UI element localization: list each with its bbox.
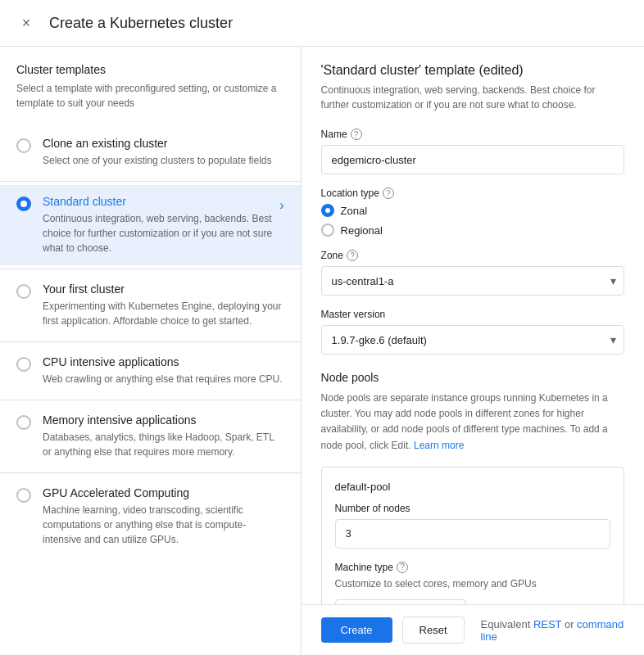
divider [0, 181, 301, 182]
main-content: Cluster templates Select a template with… [0, 47, 644, 655]
name-input[interactable] [321, 145, 624, 174]
template-item-standard[interactable]: Standard clusterContinuous integration, … [0, 185, 301, 265]
pool-name: default-pool [335, 481, 610, 493]
template-desc-standard: Continuous integration, web serving, bac… [43, 211, 273, 255]
zone-select-wrapper: us-central1-a us-central1-b us-central1-… [321, 266, 624, 296]
machine-type-help-icon[interactable]: ? [397, 562, 408, 573]
template-name-standard: Standard cluster [43, 195, 273, 208]
template-item-first[interactable]: Your first clusterExperimenting with Kub… [0, 273, 301, 338]
name-label: Name ? [321, 129, 624, 140]
template-name-first: Your first cluster [43, 282, 284, 296]
template-title: 'Standard cluster' template (edited) [321, 63, 624, 78]
num-nodes-field-group: Number of nodes [335, 503, 610, 549]
machine-type-select[interactable]: 2 vCPUs 4 vCPUs 8 vCPUs [335, 599, 466, 604]
master-version-select-wrapper: 1.9.7-gke.6 (default) 1.9.6-gke.1 1.8.12… [321, 325, 624, 355]
master-version-field-group: Master version 1.9.7-gke.6 (default) 1.9… [321, 309, 624, 355]
node-pools-title: Node pools [321, 371, 624, 384]
divider [0, 400, 301, 400]
radio-cpu [16, 357, 31, 372]
template-desc-gpu: Machine learning, video transcoding, sci… [43, 503, 284, 547]
num-nodes-input[interactable] [335, 519, 610, 549]
zone-label: Zone ? [321, 250, 624, 261]
name-field-group: Name ? [321, 129, 624, 174]
divider [0, 269, 301, 269]
template-desc-memory: Databases, analytics, things like Hadoop… [43, 430, 284, 459]
regional-radio-option[interactable]: Regional [321, 224, 624, 237]
machine-type-customize-desc: Customize to select cores, memory and GP… [335, 578, 610, 590]
master-version-label: Master version [321, 309, 624, 320]
template-item-cpu[interactable]: CPU intensive applicationsWeb crawling o… [0, 346, 301, 396]
radio-clone [16, 138, 31, 153]
template-item-clone[interactable]: Clone an existing clusterSelect one of y… [0, 127, 301, 178]
node-pool-card: default-pool Number of nodes Machine typ… [321, 467, 624, 604]
right-container: 'Standard cluster' template (edited) Con… [302, 47, 644, 655]
template-name-gpu: GPU Accelerated Computing [43, 486, 284, 499]
rest-link[interactable]: REST [533, 618, 561, 630]
right-panel: 'Standard cluster' template (edited) Con… [302, 47, 644, 604]
machine-type-label: Machine type ? [335, 562, 610, 573]
template-list: Clone an existing clusterSelect one of y… [0, 127, 301, 557]
radio-memory [16, 415, 31, 430]
radio-standard [16, 196, 31, 211]
location-type-label: Location type ? [321, 187, 624, 199]
dialog-header: × Create a Kubernetes cluster [0, 0, 644, 47]
zonal-radio-option[interactable]: Zonal [321, 204, 624, 217]
footer-equivalent-text: Equivalent REST or command line [481, 618, 624, 643]
template-desc-first: Experimenting with Kubernetes Engine, de… [43, 299, 284, 328]
zone-field-group: Zone ? us-central1-a us-central1-b us-ce… [321, 250, 624, 296]
zonal-radio-label: Zonal [341, 205, 368, 217]
num-nodes-label: Number of nodes [335, 503, 610, 514]
panel-subtitle: Select a template with preconfigured set… [0, 81, 301, 127]
zone-select[interactable]: us-central1-a us-central1-b us-central1-… [321, 266, 624, 296]
name-help-icon[interactable]: ? [351, 129, 362, 140]
regional-radio-label: Regional [341, 224, 383, 237]
location-radio-group: Zonal Regional [321, 204, 624, 237]
regional-radio-circle [321, 224, 334, 237]
zonal-radio-circle [321, 204, 334, 217]
create-button[interactable]: Create [321, 617, 392, 643]
template-item-memory[interactable]: Memory intensive applicationsDatabases, … [0, 404, 301, 469]
template-desc-clone: Select one of your existing clusters to … [43, 153, 284, 168]
machine-type-field-group: Machine type ? Customize to select cores… [335, 562, 610, 604]
radio-first [16, 284, 31, 299]
zone-help-icon[interactable]: ? [347, 250, 358, 261]
left-panel: Cluster templates Select a template with… [0, 47, 302, 655]
radio-gpu [16, 488, 31, 503]
template-name-memory: Memory intensive applications [43, 413, 284, 427]
location-help-icon[interactable]: ? [383, 187, 394, 199]
close-button[interactable]: × [16, 13, 36, 33]
reset-button[interactable]: Reset [402, 617, 465, 644]
divider [0, 341, 301, 342]
template-item-gpu[interactable]: GPU Accelerated ComputingMachine learnin… [0, 477, 301, 557]
template-name-clone: Clone an existing cluster [43, 137, 284, 150]
dialog-footer: Create Reset Equivalent REST or command … [302, 604, 644, 655]
dialog-title: Create a Kubernetes cluster [49, 15, 233, 32]
panel-title: Cluster templates [0, 63, 301, 81]
template-name-cpu: CPU intensive applications [43, 355, 284, 368]
chevron-right-icon: › [279, 198, 283, 213]
location-type-group: Location type ? Zonal Regional [321, 187, 624, 237]
divider [0, 472, 301, 473]
learn-more-link[interactable]: Learn more [414, 440, 464, 451]
template-desc-cpu: Web crawling or anything else that requi… [43, 372, 284, 386]
node-pools-desc: Node pools are separate instance groups … [321, 391, 624, 454]
template-subtitle: Continuous integration, web serving, bac… [321, 83, 624, 112]
master-version-select[interactable]: 1.9.7-gke.6 (default) 1.9.6-gke.1 1.8.12… [321, 325, 624, 355]
machine-type-select-wrapper: 2 vCPUs 4 vCPUs 8 vCPUs ▾ [335, 599, 466, 604]
